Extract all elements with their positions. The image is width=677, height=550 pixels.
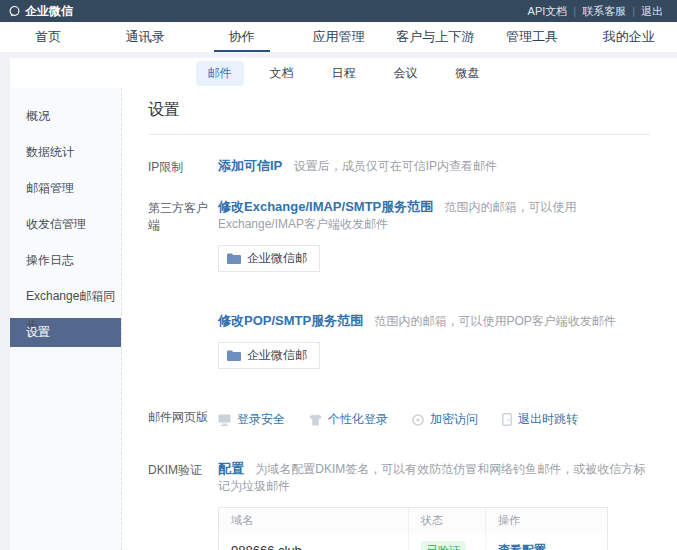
webmail-item: 退出时跳转 xyxy=(502,411,578,428)
nav-tab-my-company[interactable]: 我的企业 xyxy=(580,22,677,52)
webmail-item: 登录安全 xyxy=(218,411,285,428)
subtab-docs[interactable]: 文档 xyxy=(258,61,306,86)
encrypted-access-link[interactable]: 加密访问 xyxy=(430,411,478,428)
nav-tab-collaboration[interactable]: 协作 xyxy=(193,22,290,52)
column-header-status: 状态 xyxy=(409,508,486,534)
column-header-action: 操作 xyxy=(486,508,608,534)
status-badge: 已验证 xyxy=(421,541,466,550)
topbar: 企业微信 API文档 | 联系客服 | 退出 xyxy=(0,0,677,22)
sidebar-item-exchange-sync[interactable]: Exchange邮箱同步 xyxy=(10,282,121,311)
shirt-icon xyxy=(309,414,322,426)
webmail-section: 邮件网页版 登录安全 xyxy=(148,407,650,428)
logout-redirect-link[interactable]: 退出时跳转 xyxy=(518,411,578,428)
webmail-item: 个性化登录 xyxy=(309,411,388,428)
subtab-mail[interactable]: 邮件 xyxy=(196,61,244,86)
table-header-row: 域名 状态 操作 xyxy=(219,508,608,534)
ip-restriction-desc: 设置后，成员仅可在可信IP内查看邮件 xyxy=(294,159,497,173)
settings-panel: 设置 IP限制 添加可信IP 设置后，成员仅可在可信IP内查看邮件 第三方客户端… xyxy=(122,88,677,550)
pop-scope-group: 修改POP/SMTP服务范围 范围内的邮箱，可以使用POP客户端收发邮件 企业微… xyxy=(218,312,650,369)
view-config-link[interactable]: 查看配置 xyxy=(498,543,546,550)
table-row: 988666.club 已验证 查看配置 xyxy=(219,533,608,550)
exchange-scope-chip[interactable]: 企业微信邮 xyxy=(218,245,320,272)
login-security-link[interactable]: 登录安全 xyxy=(237,411,285,428)
modify-pop-smtp-link[interactable]: 修改POP/SMTP服务范围 xyxy=(218,313,363,328)
chat-bubble-icon xyxy=(8,5,21,18)
pop-scope-chip[interactable]: 企业微信邮 xyxy=(218,342,320,369)
nav-tab-contacts[interactable]: 通讯录 xyxy=(97,22,194,52)
sidebar-item-overview[interactable]: 概况 xyxy=(10,102,121,131)
section-label: 第三方客户端 xyxy=(148,198,218,369)
mail-sidebar: 概况 数据统计 邮箱管理 收发信管理 操作日志 Exchange邮箱同步 设置 xyxy=(10,88,122,550)
subtab-drive[interactable]: 微盘 xyxy=(444,61,492,86)
nav-tab-home[interactable]: 首页 xyxy=(0,22,97,52)
folder-icon xyxy=(227,350,241,361)
section-label: 邮件网页版 xyxy=(148,407,218,428)
dkim-domain-table: 域名 状态 操作 988666.club 已验证 查看配置 xyxy=(218,507,608,550)
card-body: 概况 数据统计 邮箱管理 收发信管理 操作日志 Exchange邮箱同步 设置 … xyxy=(10,88,677,550)
nav-tab-app-management[interactable]: 应用管理 xyxy=(290,22,387,52)
nav-tab-admin-tools[interactable]: 管理工具 xyxy=(484,22,581,52)
lock-icon xyxy=(412,414,424,426)
dkim-desc: 为域名配置DKIM签名，可以有效防范仿冒和网络钓鱼邮件，或被收信方标记为垃圾邮件 xyxy=(218,462,645,493)
exchange-scope-group: 修改Exchange/IMAP/SMTP服务范围 范围内的邮箱，可以使用Exch… xyxy=(218,198,650,272)
modify-exchange-imap-smtp-link[interactable]: 修改Exchange/IMAP/SMTP服务范围 xyxy=(218,199,433,214)
pop-scope-desc: 范围内的邮箱，可以使用POP客户端收发邮件 xyxy=(375,314,616,328)
content-card: 邮件 文档 日程 会议 微盘 概况 数据统计 邮箱管理 收发信管理 操作日志 E… xyxy=(10,58,677,550)
domain-cell: 988666.club xyxy=(219,533,409,550)
monitor-icon xyxy=(218,414,231,426)
column-header-domain: 域名 xyxy=(219,508,409,534)
collaboration-subtabs: 邮件 文档 日程 会议 微盘 xyxy=(10,58,677,88)
sidebar-item-send-receive[interactable]: 收发信管理 xyxy=(10,210,121,239)
section-label: IP限制 xyxy=(148,157,218,176)
contact-support-link[interactable]: 联系客服 xyxy=(576,4,632,19)
scope-chip-label: 企业微信邮 xyxy=(247,250,307,267)
sidebar-item-statistics[interactable]: 数据统计 xyxy=(10,138,121,167)
add-trusted-ip-link[interactable]: 添加可信IP xyxy=(218,158,282,173)
wecom-logo: 企业微信 xyxy=(8,3,73,20)
sidebar-item-operation-log[interactable]: 操作日志 xyxy=(10,246,121,275)
custom-login-link[interactable]: 个性化登录 xyxy=(328,411,388,428)
divider xyxy=(148,134,650,135)
exit-door-icon xyxy=(502,413,512,426)
api-docs-link[interactable]: API文档 xyxy=(522,4,574,19)
topbar-links: API文档 | 联系客服 | 退出 xyxy=(522,4,669,19)
logout-link[interactable]: 退出 xyxy=(635,4,669,19)
dkim-configure-link[interactable]: 配置 xyxy=(218,461,244,476)
page-title: 设置 xyxy=(148,100,650,121)
sidebar-item-mailbox-management[interactable]: 邮箱管理 xyxy=(10,174,121,203)
logo-text: 企业微信 xyxy=(25,3,73,20)
subtab-meeting[interactable]: 会议 xyxy=(382,61,430,86)
sidebar-item-settings[interactable]: 设置 xyxy=(10,318,121,347)
webmail-item: 加密访问 xyxy=(412,411,478,428)
main-nav: 首页 通讯录 协作 应用管理 客户与上下游 管理工具 我的企业 xyxy=(0,22,677,52)
dkim-section: DKIM验证 配置 为域名配置DKIM签名，可以有效防范仿冒和网络钓鱼邮件，或被… xyxy=(148,460,650,550)
folder-icon xyxy=(227,253,241,264)
scope-chip-label: 企业微信邮 xyxy=(247,347,307,364)
ip-restriction-section: IP限制 添加可信IP 设置后，成员仅可在可信IP内查看邮件 xyxy=(148,157,650,176)
subtab-calendar[interactable]: 日程 xyxy=(320,61,368,86)
section-label: DKIM验证 xyxy=(148,460,218,550)
nav-tab-customers[interactable]: 客户与上下游 xyxy=(387,22,484,52)
third-party-client-section: 第三方客户端 修改Exchange/IMAP/SMTP服务范围 范围内的邮箱，可… xyxy=(148,198,650,369)
